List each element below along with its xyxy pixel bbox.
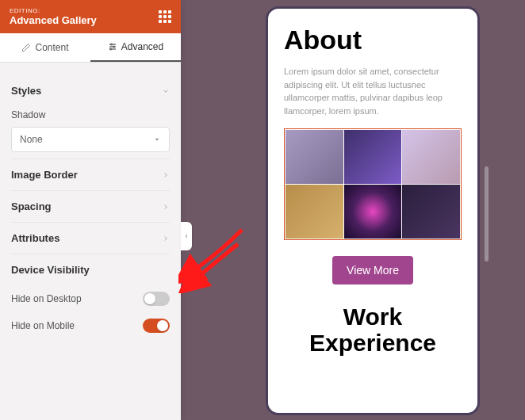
section-styles-label: Styles — [11, 85, 41, 97]
tab-content-label: Content — [35, 42, 68, 53]
section-attributes[interactable]: Attributes — [11, 223, 170, 254]
tab-advanced[interactable]: Advanced — [90, 33, 181, 62]
gallery-thumb[interactable] — [402, 185, 460, 239]
view-more-button[interactable]: View More — [332, 256, 413, 284]
section-spacing-label: Spacing — [11, 200, 52, 212]
section-attributes-label: Attributes — [11, 232, 59, 244]
tabs: Content Advanced — [0, 33, 181, 63]
hide-desktop-label: Hide on Desktop — [11, 293, 82, 304]
scrollbar[interactable] — [485, 166, 489, 262]
mobile-preview: About Lorem ipsum dolor sit amet, consec… — [266, 6, 480, 415]
about-heading: About — [284, 25, 462, 55]
chevron-right-icon — [162, 203, 170, 211]
hide-mobile-row: Hide on Mobile — [11, 312, 170, 339]
shadow-select[interactable]: None — [11, 127, 170, 152]
svg-point-4 — [113, 46, 114, 48]
editor-header: EDITING: Advanced Gallery — [0, 0, 181, 33]
gallery-thumb[interactable] — [344, 185, 402, 239]
gallery-thumb[interactable] — [344, 130, 402, 184]
hide-desktop-toggle[interactable] — [143, 292, 170, 306]
chevron-left-icon — [183, 232, 190, 240]
tab-advanced-label: Advanced — [121, 41, 163, 52]
panel: Styles Shadow None Image Border Spacing … — [0, 63, 181, 420]
hide-mobile-toggle[interactable] — [143, 319, 170, 333]
section-device-visibility-label: Device Visibility — [11, 264, 90, 276]
block-name: Advanced Gallery — [10, 14, 97, 26]
section-styles[interactable]: Styles — [11, 75, 170, 106]
section-device-visibility[interactable]: Device Visibility — [11, 254, 170, 285]
svg-marker-6 — [155, 139, 159, 141]
section-image-border[interactable]: Image Border — [11, 159, 170, 190]
apps-icon[interactable] — [159, 10, 171, 23]
chevron-right-icon — [162, 171, 170, 179]
tab-content[interactable]: Content — [0, 33, 90, 62]
sliders-icon — [108, 42, 117, 52]
gallery-thumb[interactable] — [285, 130, 343, 184]
chevron-right-icon — [162, 235, 170, 242]
hide-mobile-label: Hide on Mobile — [11, 320, 75, 331]
collapse-sidebar-button[interactable] — [181, 222, 192, 250]
section-image-border-label: Image Border — [11, 169, 78, 181]
about-text: Lorem ipsum dolor sit amet, consectetur … — [284, 65, 462, 117]
gallery-block[interactable] — [284, 128, 462, 240]
pencil-icon — [21, 43, 31, 52]
caret-down-icon — [153, 136, 161, 143]
chevron-down-icon — [162, 87, 170, 95]
preview-content[interactable]: About Lorem ipsum dolor sit amet, consec… — [268, 9, 477, 413]
editing-label: EDITING: — [10, 7, 97, 14]
section-spacing[interactable]: Spacing — [11, 191, 170, 222]
svg-point-3 — [110, 44, 112, 45]
gallery-thumb[interactable] — [402, 130, 460, 184]
shadow-label: Shadow — [11, 106, 170, 124]
shadow-value: None — [20, 134, 43, 145]
work-heading: Work Experience — [284, 304, 462, 356]
hide-desktop-row: Hide on Desktop — [11, 285, 170, 312]
svg-point-5 — [109, 48, 111, 50]
gallery-thumb[interactable] — [285, 185, 343, 239]
editor-sidebar: EDITING: Advanced Gallery Content Advanc… — [0, 0, 181, 420]
